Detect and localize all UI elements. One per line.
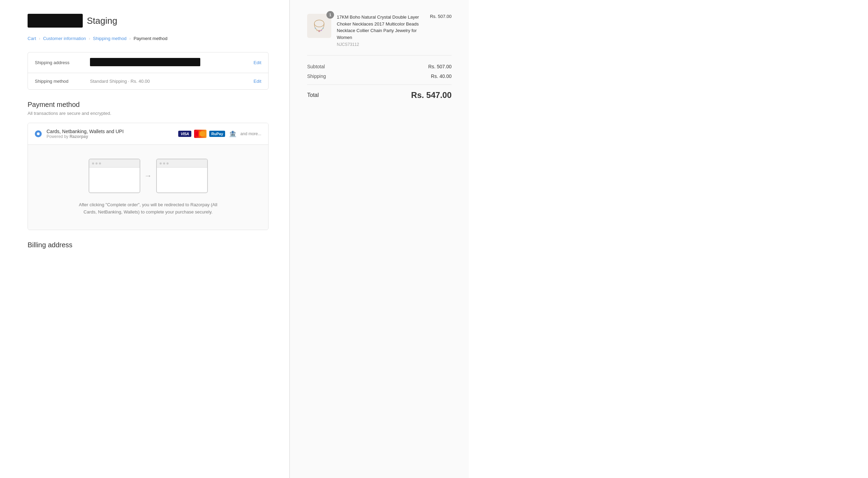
breadcrumb-payment: Payment method (133, 36, 167, 41)
shipping-method-row: Shipping method Standard Shipping · Rs. … (28, 73, 268, 89)
order-item: 1 17KM Boho Natural Crystal Double Layer… (307, 14, 452, 56)
svg-point-5 (321, 30, 322, 31)
payment-section-title: Payment method (28, 101, 269, 109)
header: Staging (28, 14, 269, 28)
necklace-svg (311, 17, 328, 34)
payment-label-group: Cards, Netbanking, Wallets and UPI Power… (47, 129, 173, 139)
breadcrumb-customer[interactable]: Customer information (43, 36, 86, 41)
payment-option-label: Cards, Netbanking, Wallets and UPI (47, 129, 173, 134)
payment-option-wrapper: Cards, Netbanking, Wallets and UPI Power… (28, 123, 269, 230)
subtotal-label: Subtotal (307, 64, 325, 69)
shipping-method-label: Shipping method (35, 79, 90, 84)
redirect-illustration: → (89, 159, 208, 193)
browser-mock (89, 159, 140, 193)
redirect-arrow: → (144, 171, 152, 180)
svg-point-3 (322, 28, 324, 29)
billing-title: Billing address (28, 241, 269, 249)
shipping-value: Rs. 40.00 (431, 73, 452, 79)
shipping-address-label: Shipping address (35, 60, 90, 65)
bank-icon: 🏦 (228, 130, 238, 138)
payment-radio-selected (35, 130, 42, 137)
browser-bar (89, 159, 140, 168)
edit-address-button[interactable]: Edit (254, 60, 261, 65)
browser-bar-2 (157, 159, 207, 168)
order-summary-panel: 1 17KM Boho Natural Crystal Double Layer… (290, 0, 469, 478)
payment-method-section: Payment method All transactions are secu… (28, 101, 269, 230)
breadcrumb: Cart › Customer information › Shipping m… (28, 36, 269, 41)
item-price: Rs. 507.00 (430, 14, 452, 19)
subtotal-row: Subtotal Rs. 507.00 (307, 64, 452, 69)
subtotal-value: Rs. 507.00 (428, 64, 452, 69)
breadcrumb-sep-2: › (89, 36, 90, 41)
breadcrumb-shipping[interactable]: Shipping method (93, 36, 127, 41)
shipping-address-value (90, 58, 254, 67)
breadcrumb-sep-1: › (39, 36, 40, 41)
shipping-info-box: Shipping address Edit Shipping method St… (28, 52, 269, 90)
browser-mock-2 (156, 159, 208, 193)
total-row: Total Rs. 547.00 (307, 90, 452, 100)
redacted-address (90, 58, 200, 66)
breadcrumb-cart[interactable]: Cart (28, 36, 36, 41)
edit-shipping-method-button[interactable]: Edit (254, 79, 261, 84)
item-details: 17KM Boho Natural Crystal Double Layer C… (337, 14, 424, 47)
item-quantity-badge: 1 (326, 11, 334, 19)
rupay-icon: RuPay (209, 131, 225, 137)
item-image-wrapper: 1 (307, 14, 331, 38)
store-name: Staging (87, 16, 117, 26)
svg-point-0 (314, 20, 324, 27)
shipping-row: Shipping Rs. 40.00 (307, 73, 452, 79)
shipping-label: Shipping (307, 73, 326, 79)
shipping-address-row: Shipping address Edit (28, 52, 268, 73)
redirect-text: After clicking "Complete order", you wil… (72, 201, 224, 216)
svg-point-2 (315, 28, 316, 29)
billing-section: Billing address (28, 241, 269, 249)
total-amount: Rs. 547.00 (411, 90, 452, 100)
summary-divider (307, 84, 452, 85)
breadcrumb-sep-3: › (129, 36, 131, 41)
svg-point-1 (318, 30, 320, 32)
shipping-method-value: Standard Shipping · Rs. 40.00 (90, 79, 254, 84)
payment-icons: VISA RuPay 🏦 and more... (178, 130, 261, 138)
payment-option-body: → After clicking "Complete order", you w… (28, 145, 268, 230)
payment-powered-by: Powered by Razorpay (47, 134, 173, 139)
total-label: Total (307, 92, 319, 98)
logo (28, 14, 83, 28)
payment-option-header[interactable]: Cards, Netbanking, Wallets and UPI Power… (28, 123, 268, 145)
visa-icon: VISA (178, 131, 191, 137)
payment-more-text: and more... (240, 131, 261, 136)
mastercard-icon (194, 130, 206, 138)
item-name: 17KM Boho Natural Crystal Double Layer C… (337, 14, 424, 41)
svg-point-4 (316, 30, 318, 31)
item-sku: NJCS73112 (337, 42, 424, 47)
payment-section-subtitle: All transactions are secure and encrypte… (28, 111, 269, 116)
